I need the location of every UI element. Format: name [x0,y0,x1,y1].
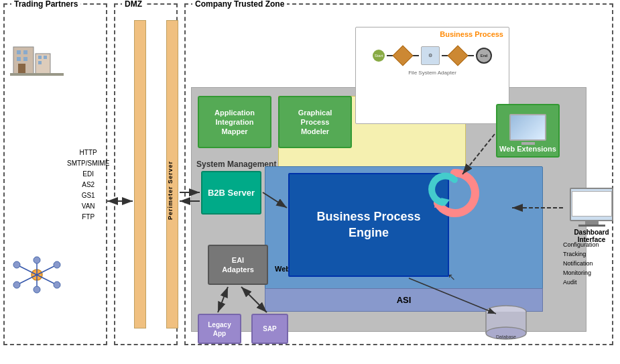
tracking-label: Tracking [563,249,599,259]
http-label: HTTP [67,147,109,158]
config-label: Configuration [563,240,599,249]
database-box: Database [483,305,530,342]
svg-rect-15 [38,56,42,59]
svg-point-29 [54,282,60,288]
svg-rect-11 [17,57,21,61]
svg-rect-18 [10,73,64,76]
svg-rect-10 [23,50,27,54]
van-label: VAN [67,201,109,212]
bpe-label: Business ProcessEngine [316,209,420,241]
svg-text:Database: Database [496,335,516,339]
aim-label: Application Integration Mapper [214,108,255,137]
sap-box: SAP [251,314,288,344]
file-system-adapter-label: File System Adapter [356,68,509,77]
trading-partner-building-icon [10,37,64,77]
notification-label: Notification [563,259,599,268]
protocols-list: HTTP SMTP/SMIME EDI AS2 GS1 VAN FTP [67,147,109,223]
eai-label: EAI Adapters [222,255,254,275]
web-extensions-box: Web Extensions [496,104,560,158]
application-integration-mapper-box: Application Integration Mapper [198,96,271,148]
svg-rect-17 [38,61,42,64]
business-process-label: Business Process [356,27,509,40]
monitoring-label: Monitoring [563,268,599,278]
dashboard-interface-box: Dashboard Interface [566,188,617,243]
svg-point-26 [13,261,20,268]
svg-rect-12 [23,57,27,61]
svg-point-31 [34,286,40,293]
config-labels-area: Configuration Tracking Notification Moni… [563,240,599,287]
edi-label: EDI [67,169,109,180]
svg-point-28 [13,282,20,288]
svg-rect-14 [36,54,50,74]
audit-label: Audit [563,278,599,287]
dmz-bar [134,20,146,328]
graphical-process-modeler-box: Graphical Process Modeler [278,96,352,148]
gs1-label: GS1 [67,190,109,201]
legacy-app-box: Legacy App [198,314,241,344]
eai-adapters-box: EAI Adapters [208,245,268,285]
legacy-label: Legacy App [208,320,231,338]
svg-point-27 [54,261,60,268]
sap-label: SAP [263,324,277,333]
trusted-label: Company Trusted Zone [192,0,287,9]
svg-point-30 [34,257,40,263]
smtp-label: SMTP/SMIME [67,158,109,169]
trading-partners-label: Trading Partners [11,0,80,9]
asi-label: ASI [397,295,412,305]
as2-label: AS2 [67,180,109,190]
web-extensions-label: Web Extensions [499,145,556,153]
ftp-label: FTP [67,212,109,223]
dmz-label: DMZ [122,0,145,9]
b2b-label: B2B Server [208,188,255,198]
trading-partner-network-icon [10,255,64,295]
business-process-engine-box: Business ProcessEngine [288,173,449,277]
monitor-icon [509,114,546,141]
svg-rect-16 [44,56,47,59]
cycle-arrow [428,166,481,220]
perimeter-label: Perimeter Server [167,161,178,220]
business-process-box: Business Process Start ⚙ End File System… [355,27,509,124]
gpm-label: Graphical Process Modeler [298,108,332,137]
b2b-server-box: B2B Server [201,171,261,215]
svg-rect-9 [17,50,21,54]
svg-rect-13 [18,64,25,74]
